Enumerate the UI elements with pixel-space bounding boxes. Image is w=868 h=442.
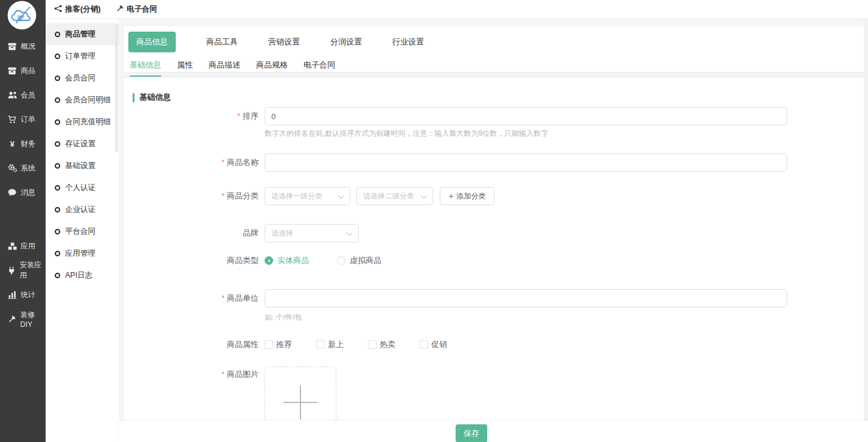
sidebar-item-orders[interactable]: 订单 [0, 107, 46, 132]
tabs-panel: 商品信息 商品工具 营销设置 分润设置 行业设置 基础信息 属性 商品描述 商品… [123, 26, 864, 72]
topnav-e-contract[interactable]: 电子合同 [116, 4, 157, 15]
submenu-item-enterprise-auth[interactable]: 企业认证 [46, 198, 119, 220]
tab-marketing-settings[interactable]: 营销设置 [268, 37, 300, 47]
submenu-item-contract-recharge-detail[interactable]: 合同充值明细 [46, 111, 119, 133]
subtab-product-description[interactable]: 商品描述 [209, 57, 240, 77]
secondary-sidebar: 商品管理 订单管理 会员合同 会员合同明细 合同充值明细 存证设置 基础设置 个… [46, 19, 119, 442]
cubes-icon [7, 242, 17, 250]
unit-input[interactable] [265, 289, 787, 307]
sort-help-text: 数字大的排名在前,默认排序方式为创建时间，注意：输入最大数为9位数，只能输入数字 [265, 128, 548, 139]
topnav-tuike-distribution[interactable]: 推客(分销) [54, 4, 100, 15]
tab-profit-share-settings[interactable]: 分润设置 [330, 37, 362, 47]
cart-icon [7, 116, 17, 124]
circle-icon [55, 273, 60, 278]
submenu-item-basic-settings[interactable]: 基础设置 [46, 155, 119, 177]
checkbox-icon[interactable] [420, 340, 428, 349]
submenu-item-label: 基础设置 [65, 161, 95, 171]
checkbox-option-new[interactable]: 新上 [328, 339, 344, 350]
yen-icon: ¥ [7, 139, 17, 149]
users-icon [7, 91, 17, 99]
brand-select[interactable]: 请选择 [265, 224, 359, 242]
unit-label: 商品单位 [123, 289, 259, 307]
attributes-label: 商品属性 [123, 340, 259, 349]
sidebar-item-label: 统计 [21, 290, 35, 300]
submenu-item-label: 订单管理 [65, 51, 95, 61]
submenu-item-personal-auth[interactable]: 个人认证 [46, 177, 119, 198]
bar-chart-icon [7, 291, 17, 299]
submenu-item-evidence-settings[interactable]: 存证设置 [46, 133, 119, 155]
radio-option-virtual[interactable]: 虚拟商品 [350, 255, 381, 266]
category-label: 商品分类 [123, 187, 259, 205]
submenu-item-member-contract-detail[interactable]: 会员合同明细 [46, 89, 119, 111]
category-level1-select[interactable]: 请选择一级分类 [265, 187, 350, 205]
sort-input[interactable] [265, 107, 787, 125]
submenu-item-label: 存证设置 [65, 139, 95, 149]
app-logo[interactable] [7, 1, 36, 30]
sidebar-item-members[interactable]: 会员 [0, 83, 46, 107]
submenu-item-label: 企业认证 [65, 205, 95, 215]
sidebar-item-messages[interactable]: 消息 [0, 180, 46, 205]
category-level2-select[interactable]: 请选择二级分类 [356, 187, 433, 205]
tab-product-info[interactable]: 商品信息 [128, 32, 176, 52]
app-window: 概况 商品 会员 订单 ¥ 财务 [0, 0, 868, 442]
checkbox-icon[interactable] [316, 340, 325, 349]
sidebar-item-install-apps[interactable]: 安装应用 [0, 258, 46, 282]
submenu-item-product-management[interactable]: 商品管理 [46, 23, 119, 45]
submenu-item-platform-contract[interactable]: 平台合同 [46, 220, 119, 242]
subtab-basic-info[interactable]: 基础信息 [130, 57, 161, 77]
save-button[interactable]: 保存 [456, 424, 487, 442]
checkbox-option-hot[interactable]: 热卖 [380, 339, 395, 350]
tab-industry-settings[interactable]: 行业设置 [392, 37, 424, 47]
top-bar: 推客(分销) 电子合同 [46, 0, 868, 19]
submenu-scrollbar[interactable] [115, 24, 118, 152]
subtab-attributes[interactable]: 属性 [177, 57, 193, 77]
subtab-e-contract[interactable]: 电子合同 [304, 57, 335, 77]
page-scrollbar-track[interactable] [864, 0, 868, 442]
sidebar-item-apps[interactable]: 应用 [0, 234, 46, 258]
tab-product-tools[interactable]: 商品工具 [206, 37, 238, 47]
section-header: 基础信息 [133, 92, 171, 103]
sidebar-item-label: 安装应用 [19, 260, 46, 281]
sidebar-item-label: 概况 [21, 41, 35, 52]
circle-icon [55, 229, 60, 234]
submenu-item-member-contract[interactable]: 会员合同 [46, 67, 119, 89]
radio-option-physical[interactable]: 实体商品 [277, 255, 309, 266]
submenu-item-app-management[interactable]: 应用管理 [46, 242, 119, 264]
archive-box-icon [7, 43, 17, 51]
section-title: 基础信息 [139, 92, 171, 103]
sidebar-item-goods[interactable]: 商品 [0, 58, 46, 83]
sub-tabs: 基础信息 属性 商品描述 商品规格 电子合同 [123, 57, 864, 77]
radio-checked-icon[interactable] [265, 256, 273, 265]
plus-icon: + [448, 191, 453, 201]
add-category-label: 添加分类 [457, 191, 486, 202]
checkbox-option-recommend[interactable]: 推荐 [276, 339, 292, 350]
sidebar-item-label: 订单 [21, 114, 35, 125]
subtab-product-spec[interactable]: 商品规格 [256, 57, 288, 77]
circle-icon [55, 32, 60, 37]
submenu-item-label: 合同充值明细 [65, 117, 111, 127]
circle-icon [55, 75, 60, 81]
checkbox-icon[interactable] [265, 340, 273, 349]
checkbox-icon[interactable] [368, 340, 377, 349]
checkbox-option-promo[interactable]: 促销 [431, 339, 447, 350]
sidebar-item-label: 商品 [21, 66, 35, 76]
sidebar-item-system[interactable]: 系统 [0, 156, 46, 180]
submenu-item-api-log[interactable]: API日志 [46, 264, 119, 286]
sidebar-item-finance[interactable]: ¥ 财务 [0, 132, 46, 156]
sidebar-item-label: 应用 [21, 241, 35, 251]
product-name-label: 商品名称 [123, 153, 259, 172]
radio-unchecked-icon[interactable] [337, 256, 345, 265]
main-tabs: 商品信息 商品工具 营销设置 分润设置 行业设置 [123, 26, 864, 52]
circle-icon [55, 207, 60, 212]
sidebar-item-statistics[interactable]: 统计 [0, 282, 46, 307]
circle-icon [55, 185, 60, 191]
comment-icon [7, 189, 17, 197]
sidebar-item-decorate-diy[interactable]: 装修DIY [0, 307, 46, 331]
product-name-input[interactable] [265, 153, 787, 172]
sidebar-item-overview[interactable]: 概况 [0, 34, 46, 58]
submenu-item-order-management[interactable]: 订单管理 [46, 45, 119, 67]
add-category-button[interactable]: + 添加分类 [440, 187, 495, 205]
gavel-icon [7, 315, 16, 323]
share-icon [54, 5, 62, 14]
submenu-item-label: API日志 [65, 270, 92, 281]
